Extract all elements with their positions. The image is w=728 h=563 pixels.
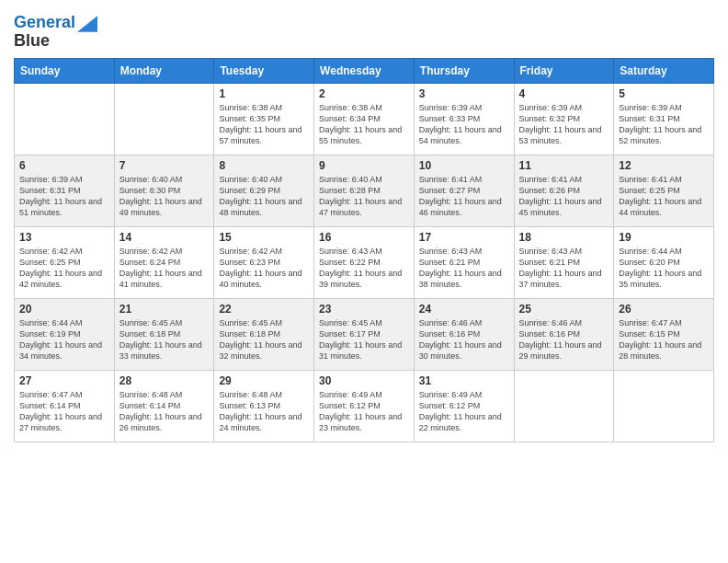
day-number: 14 <box>119 231 210 244</box>
day-info: Sunrise: 6:45 AMSunset: 6:18 PMDaylight:… <box>219 317 309 362</box>
day-info: Sunrise: 6:40 AMSunset: 6:28 PMDaylight:… <box>319 174 409 219</box>
day-info: Sunrise: 6:39 AMSunset: 6:32 PMDaylight:… <box>519 102 609 147</box>
day-info: Sunrise: 6:41 AMSunset: 6:25 PMDaylight:… <box>619 174 709 219</box>
calendar-header-wednesday: Wednesday <box>314 58 415 83</box>
calendar-cell: 18Sunrise: 6:43 AMSunset: 6:21 PMDayligh… <box>514 226 614 298</box>
calendar-header-friday: Friday <box>514 58 614 83</box>
calendar-cell: 11Sunrise: 6:41 AMSunset: 6:26 PMDayligh… <box>514 155 614 226</box>
day-info: Sunrise: 6:45 AMSunset: 6:18 PMDaylight:… <box>119 317 210 362</box>
day-number: 18 <box>519 231 609 244</box>
calendar-cell <box>114 83 214 155</box>
logo-general: General <box>14 13 75 31</box>
calendar-cell: 7Sunrise: 6:40 AMSunset: 6:30 PMDaylight… <box>114 155 214 226</box>
day-number: 27 <box>19 374 109 387</box>
day-info: Sunrise: 6:40 AMSunset: 6:29 PMDaylight:… <box>219 174 309 219</box>
day-info: Sunrise: 6:42 AMSunset: 6:24 PMDaylight:… <box>119 246 210 291</box>
calendar-cell: 26Sunrise: 6:47 AMSunset: 6:15 PMDayligh… <box>614 298 714 370</box>
calendar-header-saturday: Saturday <box>614 58 714 83</box>
day-info: Sunrise: 6:47 AMSunset: 6:14 PMDaylight:… <box>19 389 109 434</box>
calendar-cell <box>614 370 714 442</box>
day-info: Sunrise: 6:39 AMSunset: 6:33 PMDaylight:… <box>419 102 509 147</box>
calendar-cell: 16Sunrise: 6:43 AMSunset: 6:22 PMDayligh… <box>314 226 415 298</box>
day-info: Sunrise: 6:42 AMSunset: 6:25 PMDaylight:… <box>19 246 109 291</box>
day-number: 13 <box>19 231 109 244</box>
calendar-cell: 6Sunrise: 6:39 AMSunset: 6:31 PMDaylight… <box>15 155 115 226</box>
day-info: Sunrise: 6:38 AMSunset: 6:35 PMDaylight:… <box>219 102 309 147</box>
logo-text: General <box>14 14 75 32</box>
day-number: 30 <box>319 374 409 387</box>
day-number: 19 <box>619 231 709 244</box>
calendar-cell: 4Sunrise: 6:39 AMSunset: 6:32 PMDaylight… <box>514 83 614 155</box>
day-number: 23 <box>319 303 409 316</box>
day-number: 24 <box>419 303 509 316</box>
day-info: Sunrise: 6:48 AMSunset: 6:14 PMDaylight:… <box>119 389 210 434</box>
day-info: Sunrise: 6:39 AMSunset: 6:31 PMDaylight:… <box>19 174 109 219</box>
calendar-cell: 31Sunrise: 6:49 AMSunset: 6:12 PMDayligh… <box>414 370 514 442</box>
day-number: 1 <box>219 87 309 100</box>
day-number: 4 <box>519 87 609 100</box>
calendar-cell: 23Sunrise: 6:45 AMSunset: 6:17 PMDayligh… <box>314 298 415 370</box>
calendar-cell: 24Sunrise: 6:46 AMSunset: 6:16 PMDayligh… <box>414 298 514 370</box>
day-number: 17 <box>419 231 509 244</box>
day-info: Sunrise: 6:44 AMSunset: 6:20 PMDaylight:… <box>619 246 709 291</box>
calendar-cell: 9Sunrise: 6:40 AMSunset: 6:28 PMDaylight… <box>314 155 415 226</box>
calendar-cell: 28Sunrise: 6:48 AMSunset: 6:14 PMDayligh… <box>114 370 214 442</box>
calendar-cell: 15Sunrise: 6:42 AMSunset: 6:23 PMDayligh… <box>214 226 314 298</box>
calendar-cell <box>15 83 115 155</box>
day-number: 3 <box>419 87 509 100</box>
day-info: Sunrise: 6:49 AMSunset: 6:12 PMDaylight:… <box>419 389 509 434</box>
calendar-cell: 21Sunrise: 6:45 AMSunset: 6:18 PMDayligh… <box>114 298 214 370</box>
day-number: 11 <box>519 159 609 172</box>
calendar-cell: 1Sunrise: 6:38 AMSunset: 6:35 PMDaylight… <box>214 83 314 155</box>
day-number: 8 <box>219 159 309 172</box>
calendar-cell: 22Sunrise: 6:45 AMSunset: 6:18 PMDayligh… <box>214 298 314 370</box>
day-info: Sunrise: 6:43 AMSunset: 6:21 PMDaylight:… <box>519 246 609 291</box>
calendar-header-thursday: Thursday <box>414 58 514 83</box>
calendar-cell: 20Sunrise: 6:44 AMSunset: 6:19 PMDayligh… <box>15 298 115 370</box>
day-info: Sunrise: 6:41 AMSunset: 6:27 PMDaylight:… <box>419 174 509 219</box>
calendar-header-tuesday: Tuesday <box>214 58 314 83</box>
calendar-cell: 12Sunrise: 6:41 AMSunset: 6:25 PMDayligh… <box>614 155 714 226</box>
header: General Blue <box>14 9 714 51</box>
day-info: Sunrise: 6:42 AMSunset: 6:23 PMDaylight:… <box>219 246 309 291</box>
calendar-cell: 13Sunrise: 6:42 AMSunset: 6:25 PMDayligh… <box>15 226 115 298</box>
day-info: Sunrise: 6:39 AMSunset: 6:31 PMDaylight:… <box>619 102 709 147</box>
logo-blue: Blue <box>14 31 50 50</box>
logo: General Blue <box>14 14 97 51</box>
calendar-cell: 27Sunrise: 6:47 AMSunset: 6:14 PMDayligh… <box>15 370 115 442</box>
day-info: Sunrise: 6:44 AMSunset: 6:19 PMDaylight:… <box>19 317 109 362</box>
calendar-cell: 19Sunrise: 6:44 AMSunset: 6:20 PMDayligh… <box>614 226 714 298</box>
day-info: Sunrise: 6:49 AMSunset: 6:12 PMDaylight:… <box>319 389 409 434</box>
calendar-header-row: SundayMondayTuesdayWednesdayThursdayFrid… <box>15 58 714 83</box>
day-number: 2 <box>319 87 409 100</box>
svg-marker-0 <box>77 16 97 32</box>
day-info: Sunrise: 6:38 AMSunset: 6:34 PMDaylight:… <box>319 102 409 147</box>
day-info: Sunrise: 6:45 AMSunset: 6:17 PMDaylight:… <box>319 317 409 362</box>
day-info: Sunrise: 6:46 AMSunset: 6:16 PMDaylight:… <box>419 317 509 362</box>
calendar-week-5: 27Sunrise: 6:47 AMSunset: 6:14 PMDayligh… <box>15 370 714 442</box>
day-number: 10 <box>419 159 509 172</box>
calendar-cell: 10Sunrise: 6:41 AMSunset: 6:27 PMDayligh… <box>414 155 514 226</box>
day-number: 15 <box>219 231 309 244</box>
calendar-cell: 5Sunrise: 6:39 AMSunset: 6:31 PMDaylight… <box>614 83 714 155</box>
day-number: 6 <box>19 159 109 172</box>
day-number: 25 <box>519 303 609 316</box>
day-number: 16 <box>319 231 409 244</box>
calendar-header-monday: Monday <box>114 58 214 83</box>
calendar-week-2: 6Sunrise: 6:39 AMSunset: 6:31 PMDaylight… <box>15 155 714 226</box>
calendar-cell: 8Sunrise: 6:40 AMSunset: 6:29 PMDaylight… <box>214 155 314 226</box>
day-number: 20 <box>19 303 109 316</box>
day-number: 28 <box>119 374 210 387</box>
day-info: Sunrise: 6:43 AMSunset: 6:22 PMDaylight:… <box>319 246 409 291</box>
day-number: 7 <box>119 159 210 172</box>
calendar-cell: 30Sunrise: 6:49 AMSunset: 6:12 PMDayligh… <box>314 370 415 442</box>
day-number: 21 <box>119 303 210 316</box>
calendar-cell: 29Sunrise: 6:48 AMSunset: 6:13 PMDayligh… <box>214 370 314 442</box>
day-info: Sunrise: 6:46 AMSunset: 6:16 PMDaylight:… <box>519 317 609 362</box>
calendar-cell: 3Sunrise: 6:39 AMSunset: 6:33 PMDaylight… <box>414 83 514 155</box>
day-number: 26 <box>619 303 709 316</box>
day-info: Sunrise: 6:43 AMSunset: 6:21 PMDaylight:… <box>419 246 509 291</box>
calendar-week-1: 1Sunrise: 6:38 AMSunset: 6:35 PMDaylight… <box>15 83 714 155</box>
calendar-week-4: 20Sunrise: 6:44 AMSunset: 6:19 PMDayligh… <box>15 298 714 370</box>
calendar-table: SundayMondayTuesdayWednesdayThursdayFrid… <box>14 58 714 442</box>
